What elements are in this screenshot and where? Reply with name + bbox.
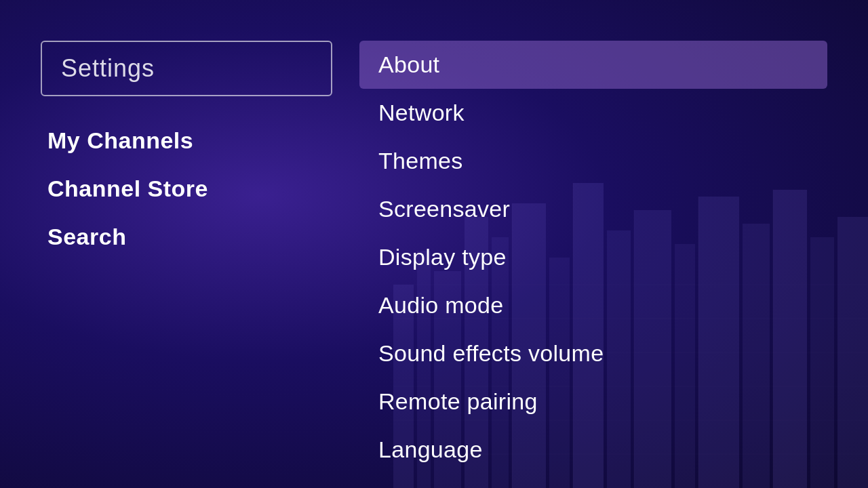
right-menu-item-sound-effects-volume[interactable]: Sound effects volume — [359, 329, 827, 378]
left-menu-item-search[interactable]: Search — [47, 213, 332, 261]
right-menu-item-audio-mode[interactable]: Audio mode — [359, 281, 827, 329]
right-menu-item-network[interactable]: Network — [359, 89, 827, 137]
settings-title: Settings — [61, 54, 155, 82]
left-panel: Settings My ChannelsChannel StoreSearch — [41, 41, 332, 261]
right-menu-item-language[interactable]: Language — [359, 426, 827, 474]
left-menu: My ChannelsChannel StoreSearch — [41, 117, 332, 261]
settings-title-box: Settings — [41, 41, 332, 96]
left-menu-item-channel-store[interactable]: Channel Store — [47, 165, 332, 213]
right-menu-item-screensaver[interactable]: Screensaver — [359, 185, 827, 233]
right-menu-item-time-zone-clock[interactable]: Time zone & clock — [359, 474, 827, 488]
left-menu-item-my-channels[interactable]: My Channels — [47, 117, 332, 165]
right-menu-item-themes[interactable]: Themes — [359, 137, 827, 185]
right-menu-item-about[interactable]: About — [359, 41, 827, 89]
main-content: Settings My ChannelsChannel StoreSearch … — [0, 0, 868, 488]
right-menu-item-remote-pairing[interactable]: Remote pairing — [359, 378, 827, 426]
right-menu-item-display-type[interactable]: Display type — [359, 233, 827, 281]
right-panel: AboutNetworkThemesScreensaverDisplay typ… — [359, 41, 827, 488]
